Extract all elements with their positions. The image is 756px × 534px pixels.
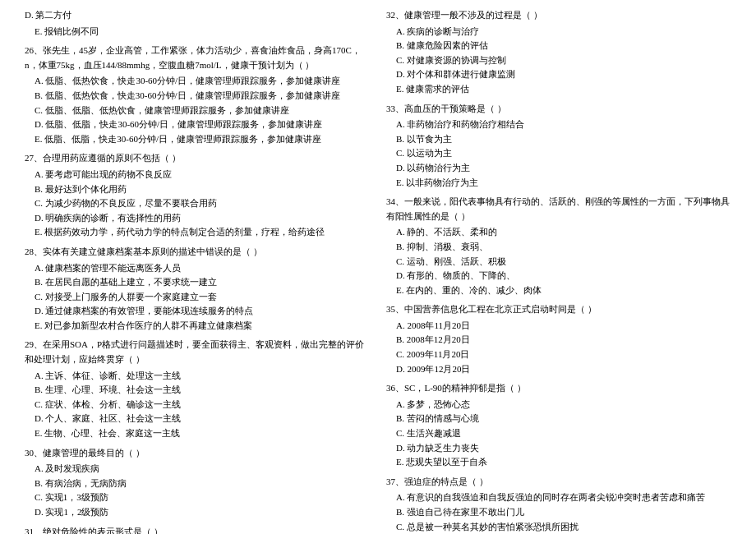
option-q26-1: B. 低脂、低热饮食，快走30-60分钟/日，健康管理师跟踪服务，参加健康讲座 [35, 89, 370, 104]
question-title-q32: 32、健康管理一般不涉及的过程是（ ） [386, 8, 731, 23]
question-title-q34: 34、一般来说，阳代表事物具有行动的、活跃的、刚强的等属性的一方面，下列事物具有… [386, 195, 731, 223]
question-title-q31: 31、绝对危险性的表示形式是（ ） [25, 525, 370, 534]
option-q35-3: D. 2009年12月20日 [396, 362, 731, 377]
option-q36-0: A. 多梦，恐怖心态 [396, 398, 731, 412]
option-q33-2: C. 以运动为主 [396, 146, 731, 161]
option-q32-2: C. 对健康资源的协调与控制 [396, 53, 731, 68]
option-q36-1: B. 苦闷的情感与心境 [396, 412, 731, 426]
option-q32-1: B. 健康危险因素的评估 [396, 39, 731, 53]
option-q30-0: A. 及时发现疾病 [35, 462, 370, 476]
option-q34-3: D. 有形的、物质的、下降的、 [396, 269, 731, 283]
question-block-q26: 26、张先生，45岁，企业高管，工作紧张，体力活动少，喜食油炸食品，身高170C… [25, 44, 370, 146]
question-title-q28: 28、实体有关建立健康档案基本原则的描述中错误的是（ ） [25, 245, 370, 260]
option-q28-1: B. 在居民自愿的基础上建立，不要求统一建立 [35, 275, 370, 290]
option-q37-1: B. 强迫自己待在家里不敢出门儿 [396, 505, 731, 520]
option-q26-2: C. 低脂、低脂、低热饮食，健康管理师跟踪服务，参加健康讲座 [35, 104, 370, 118]
option-q29-3: D. 个人、家庭、社区、社会这一主线 [35, 412, 370, 426]
option-q36-2: C. 生活兴趣减退 [396, 426, 731, 441]
question-block-q32: 32、健康管理一般不涉及的过程是（ ）A. 疾病的诊断与治疗B. 健康危险因素的… [386, 8, 731, 97]
option-q32-3: D. 对个体和群体进行健康监测 [396, 67, 731, 82]
option-q30-2: C. 实现1，3级预防 [35, 490, 370, 505]
option-q_pre1-0: E. 报销比例不同 [35, 25, 370, 39]
option-q26-4: E. 低脂、低脂，快走30-60分钟/日，健康管理师跟踪服务，参加健康讲座 [35, 132, 370, 147]
option-q33-0: A. 非药物治疗和药物治疗相结合 [396, 117, 731, 132]
question-block-q37: 37、强迫症的特点是（ ）A. 有意识的自我强迫和自我反强迫的同时存在两者尖锐冲… [386, 475, 731, 534]
option-q33-3: D. 以药物治行为主 [396, 161, 731, 176]
question-title-q30: 30、健康管理的最终目的（ ） [25, 446, 370, 461]
question-block-q27: 27、合理用药应遵循的原则不包括（ ）A. 要考虑可能出现的药物不良反应B. 最… [25, 151, 370, 240]
option-q27-0: A. 要考虑可能出现的药物不良反应 [35, 168, 370, 182]
option-q34-4: E. 在内的、重的、冷的、减少、肉体 [396, 283, 731, 298]
option-q29-2: C. 症状、体检、分析、确诊这一主线 [35, 398, 370, 412]
option-q27-3: D. 明确疾病的诊断，有选择性的用药 [35, 211, 370, 226]
option-q37-2: C. 总是被一种莫名其妙的害怕紧张恐惧所困扰 [396, 520, 731, 534]
question-title-q37: 37、强迫症的特点是（ ） [386, 475, 731, 490]
option-q35-0: A. 2008年11月20日 [396, 319, 731, 334]
option-q29-0: A. 主诉、体征、诊断、处理这一主线 [35, 369, 370, 384]
right-column: 32、健康管理一般不涉及的过程是（ ）A. 疾病的诊断与治疗B. 健康危险因素的… [386, 8, 731, 534]
question-block-q33: 33、高血压的干预策略是（ ）A. 非药物治疗和药物治疗相结合B. 以节食为主C… [386, 102, 731, 191]
question-title-q_pre1: D. 第二方付 [25, 8, 370, 23]
option-q29-4: E. 生物、心理、社会、家庭这一主线 [35, 426, 370, 441]
question-title-q27: 27、合理用药应遵循的原则不包括（ ） [25, 151, 370, 166]
option-q28-2: C. 对接受上门服务的人群要一个家庭建立一套 [35, 290, 370, 305]
question-block-q35: 35、中国营养信息化工程在北京正式启动时间是（ ）A. 2008年11月20日B… [386, 302, 731, 376]
question-block-q_pre1: D. 第二方付E. 报销比例不同 [25, 8, 370, 39]
left-column: D. 第二方付E. 报销比例不同26、张先生，45岁，企业高管，工作紧张，体力活… [25, 8, 370, 534]
question-block-q30: 30、健康管理的最终目的（ ）A. 及时发现疾病B. 有病治病，无病防病C. 实… [25, 446, 370, 520]
option-q36-4: E. 悲观失望以至于自杀 [396, 455, 731, 470]
question-title-q35: 35、中国营养信息化工程在北京正式启动时间是（ ） [386, 302, 731, 317]
option-q34-1: B. 抑制、消极、衰弱、 [396, 240, 731, 255]
option-q27-2: C. 为减少药物的不良反应，尽量不要联合用药 [35, 196, 370, 211]
question-block-q31: 31、绝对危险性的表示形式是（ ）A. 众数B. 比值比C. 数分数D. 健康分… [25, 525, 370, 534]
question-block-q34: 34、一般来说，阳代表事物具有行动的、活跃的、刚强的等属性的一方面，下列事物具有… [386, 195, 731, 297]
question-block-q29: 29、在采用SOA，P格式进行问题描述时，要全面获得主、客观资料，做出完整的评价… [25, 338, 370, 440]
option-q30-1: B. 有病治病，无病防病 [35, 476, 370, 491]
option-q36-3: D. 动力缺乏生力丧失 [396, 441, 731, 456]
option-q28-0: A. 健康档案的管理不能远离医务人员 [35, 261, 370, 276]
option-q33-1: B. 以节食为主 [396, 132, 731, 147]
question-title-q26: 26、张先生，45岁，企业高管，工作紧张，体力活动少，喜食油炸食品，身高170C… [25, 44, 370, 72]
option-q35-1: B. 2008年12月20日 [396, 333, 731, 348]
question-title-q36: 36、SC，L-90的精神抑郁是指（ ） [386, 381, 731, 396]
option-q28-3: D. 通过健康档案的有效管理，要能体现连续服务的特点 [35, 304, 370, 319]
option-q30-3: D. 实现1，2级预防 [35, 505, 370, 520]
question-block-q36: 36、SC，L-90的精神抑郁是指（ ）A. 多梦，恐怖心态B. 苦闷的情感与心… [386, 381, 731, 470]
option-q33-4: E. 以非药物治疗为主 [396, 176, 731, 191]
question-title-q33: 33、高血压的干预策略是（ ） [386, 102, 731, 117]
question-block-q28: 28、实体有关建立健康档案基本原则的描述中错误的是（ ）A. 健康档案的管理不能… [25, 245, 370, 334]
option-q35-2: C. 2009年11月20日 [396, 348, 731, 362]
page-container: D. 第二方付E. 报销比例不同26、张先生，45岁，企业高管，工作紧张，体力活… [25, 8, 731, 534]
option-q27-4: E. 根据药效动力学，药代动力学的特点制定合适的剂量，疗程，给药途径 [35, 225, 370, 240]
option-q28-4: E. 对已参加新型农村合作医疗的人群不再建立健康档案 [35, 319, 370, 334]
option-q32-0: A. 疾病的诊断与治疗 [396, 25, 731, 39]
option-q34-0: A. 静的、不活跃、柔和的 [396, 225, 731, 240]
option-q37-0: A. 有意识的自我强迫和自我反强迫的同时存在两者尖锐冲突时患者苦虑和痛苦 [396, 490, 731, 505]
question-title-q29: 29、在采用SOA，P格式进行问题描述时，要全面获得主、客观资料，做出完整的评价… [25, 338, 370, 366]
option-q27-1: B. 最好达到个体化用药 [35, 182, 370, 197]
option-q34-2: C. 运动、刚强、活跃、积极 [396, 255, 731, 269]
option-q32-4: E. 健康需求的评估 [396, 82, 731, 97]
two-column-layout: D. 第二方付E. 报销比例不同26、张先生，45岁，企业高管，工作紧张，体力活… [25, 8, 731, 534]
option-q29-1: B. 生理、心理、环境、社会这一主线 [35, 383, 370, 398]
option-q26-3: D. 低脂、低脂，快走30-60分钟/日，健康管理师跟踪服务，参加健康讲座 [35, 117, 370, 132]
option-q26-0: A. 低脂、低热饮食，快走30-60分钟/日，健康管理师跟踪服务，参加健康讲座 [35, 74, 370, 89]
